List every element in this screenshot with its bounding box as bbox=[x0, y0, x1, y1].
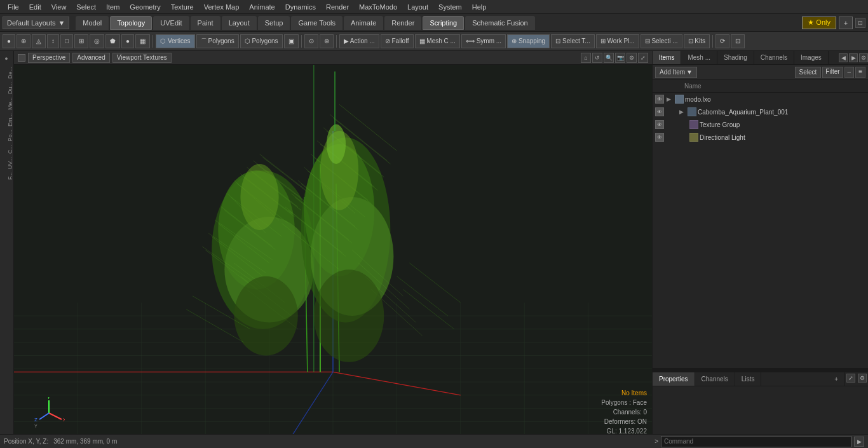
action-button[interactable]: ▶ Action ... bbox=[339, 34, 379, 48]
items-list[interactable]: 👁 ▶ modo.lxo 👁 ▶ Cabomba_Aquarium_Plant_… bbox=[653, 93, 868, 368]
star-only-button[interactable]: ★ Only bbox=[802, 17, 836, 29]
menu-view[interactable]: View bbox=[46, 2, 72, 12]
item-modo-lxo[interactable]: 👁 ▶ modo.lxo bbox=[653, 93, 868, 105]
menu-render[interactable]: Render bbox=[321, 2, 354, 12]
tab-render[interactable]: Render bbox=[384, 16, 421, 30]
item-texture-group[interactable]: 👁 Texture Group bbox=[653, 118, 868, 131]
layout-extra-btn[interactable]: ⊡ bbox=[855, 18, 865, 28]
falloff-button[interactable]: ⊘ Falloff bbox=[381, 34, 414, 48]
layout-dropdown[interactable]: Default Layouts ▼ bbox=[3, 17, 69, 29]
sidebar-item-me[interactable]: Me... bbox=[0, 96, 13, 111]
sidebar-item-em[interactable]: Em... bbox=[0, 112, 13, 128]
tool-grid[interactable]: ⊞ bbox=[74, 34, 88, 48]
tab-paint[interactable]: Paint bbox=[191, 16, 220, 30]
eye-modo-lxo[interactable]: 👁 bbox=[655, 95, 664, 104]
tab-items[interactable]: Items bbox=[653, 51, 681, 64]
command-arrow[interactable]: > bbox=[654, 438, 658, 445]
tab-schematic-fusion[interactable]: Schematic Fusion bbox=[465, 16, 534, 30]
items-minus-button[interactable]: – bbox=[844, 67, 855, 78]
eye-button[interactable]: ⊙ bbox=[304, 34, 318, 48]
work-pl-button[interactable]: ⊞ Work Pl... bbox=[596, 34, 639, 48]
sidebar-item-de[interactable]: De... bbox=[0, 65, 13, 80]
symm-button[interactable]: ⟺ Symm ... bbox=[461, 34, 506, 48]
menu-vertex-map[interactable]: Vertex Map bbox=[199, 2, 245, 12]
menu-help[interactable]: Help bbox=[467, 2, 492, 12]
command-submit[interactable]: ▶ bbox=[854, 437, 864, 447]
tab-channels[interactable]: Channels bbox=[754, 51, 794, 64]
menu-file[interactable]: File bbox=[3, 2, 24, 12]
vp-rotate-icon[interactable]: ↺ bbox=[592, 53, 602, 63]
menu-edit[interactable]: Edit bbox=[24, 2, 46, 12]
kits-button[interactable]: ⊡ Kits bbox=[684, 34, 710, 48]
tool-select[interactable]: ● bbox=[3, 34, 15, 48]
selecti-button[interactable]: ⊟ Selecti ... bbox=[641, 34, 682, 48]
tab-lists[interactable]: Lists bbox=[735, 372, 762, 386]
vp-settings-icon[interactable]: ⚙ bbox=[627, 53, 637, 63]
vp-zoom-icon[interactable]: 🔍 bbox=[604, 53, 614, 63]
menu-texture[interactable]: Texture bbox=[166, 2, 199, 12]
layout-toggle-button[interactable]: ⊡ bbox=[731, 34, 745, 48]
menu-animate[interactable]: Animate bbox=[244, 2, 280, 12]
items-gear[interactable]: ⚙ bbox=[859, 53, 868, 62]
viewport-dot[interactable] bbox=[18, 54, 25, 62]
sidebar-icon-1[interactable]: ● bbox=[0, 52, 13, 65]
items-expand-right[interactable]: ▶ bbox=[849, 53, 858, 62]
tool-world[interactable]: ⊕ bbox=[17, 34, 31, 48]
tab-model[interactable]: Model bbox=[76, 16, 109, 30]
tool-box[interactable]: □ bbox=[60, 34, 73, 48]
eye-texture-group[interactable]: 👁 bbox=[655, 120, 664, 129]
sidebar-item-uv[interactable]: UV... bbox=[0, 156, 13, 170]
display-mode-button[interactable]: ▣ bbox=[284, 34, 299, 48]
tab-images[interactable]: Images bbox=[794, 51, 829, 64]
arrow-modo-lxo[interactable]: ▶ bbox=[667, 96, 671, 102]
vp-camera-icon[interactable]: 📷 bbox=[615, 53, 625, 63]
tool-multi[interactable]: ▦ bbox=[135, 34, 150, 48]
item-cabomba[interactable]: 👁 ▶ Cabomba_Aquarium_Plant_001 bbox=[653, 105, 868, 118]
viewport-canvas[interactable]: X Y Z Y No Items Polygons : Face Channel… bbox=[14, 65, 652, 448]
advanced-button[interactable]: Advanced bbox=[72, 53, 109, 63]
eye-directional-light[interactable]: 👁 bbox=[655, 133, 664, 142]
tab-animate[interactable]: Animate bbox=[344, 16, 383, 30]
items-expand-left[interactable]: ◀ bbox=[839, 53, 848, 62]
viewport[interactable]: Perspective Advanced Viewport Textures ⌂… bbox=[14, 51, 652, 448]
tab-properties[interactable]: Properties bbox=[653, 372, 695, 386]
tab-scripting[interactable]: Scripting bbox=[423, 16, 464, 30]
tool-polygon[interactable]: ⬟ bbox=[105, 34, 120, 48]
props-expand[interactable]: ⤢ bbox=[846, 374, 855, 383]
tab-uvedit[interactable]: UVEdit bbox=[153, 16, 189, 30]
snapping-button[interactable]: ⊕ Snapping bbox=[507, 34, 550, 48]
select-t-button[interactable]: ⊡ Select T... bbox=[551, 34, 595, 48]
mesh-c-button[interactable]: ▦ Mesh C ... bbox=[415, 34, 460, 48]
tab-setup[interactable]: Setup bbox=[258, 16, 290, 30]
vp-home-icon[interactable]: ⌂ bbox=[581, 53, 591, 63]
menu-dynamics[interactable]: Dynamics bbox=[280, 2, 321, 12]
items-filter-button[interactable]: Filter bbox=[822, 67, 843, 78]
sidebar-item-du[interactable]: Du... bbox=[0, 81, 13, 95]
rotate-button[interactable]: ⟳ bbox=[715, 34, 729, 48]
menu-geometry[interactable]: Geometry bbox=[125, 2, 165, 12]
add-item-button[interactable]: Add Item ▼ bbox=[655, 67, 697, 78]
tab-add-panel[interactable]: + bbox=[828, 372, 845, 386]
tab-channels-panel[interactable]: Channels bbox=[695, 372, 735, 386]
tool-snap[interactable]: ◬ bbox=[32, 34, 46, 48]
menu-layout[interactable]: Layout bbox=[402, 2, 433, 12]
tool-circle[interactable]: ◎ bbox=[90, 34, 104, 48]
tool-transform[interactable]: ↕ bbox=[47, 34, 59, 48]
add-layout-button[interactable]: + bbox=[839, 17, 853, 29]
items-sort-button[interactable]: ≡ bbox=[855, 67, 865, 78]
sidebar-item-po[interactable]: Po... bbox=[0, 128, 13, 143]
tool-dot[interactable]: ● bbox=[121, 34, 134, 48]
command-input[interactable] bbox=[661, 436, 851, 447]
boundary-button[interactable]: ⌒ Polygons bbox=[196, 34, 239, 48]
eye-cabomba[interactable]: 👁 bbox=[655, 107, 664, 116]
tab-topology[interactable]: Topology bbox=[110, 16, 152, 30]
sidebar-item-f[interactable]: F... bbox=[0, 171, 13, 181]
perspective-button[interactable]: Perspective bbox=[28, 53, 70, 63]
item-directional-light[interactable]: 👁 Directional Light bbox=[653, 131, 868, 144]
render-eye-button[interactable]: ⊛ bbox=[320, 34, 334, 48]
menu-maxtomodo[interactable]: MaxToModo bbox=[354, 2, 402, 12]
arrow-cabomba[interactable]: ▶ bbox=[679, 109, 684, 115]
tab-layout[interactable]: Layout bbox=[222, 16, 257, 30]
items-select-button[interactable]: Select bbox=[795, 67, 822, 78]
polygons-button[interactable]: ⬡ Polygons bbox=[240, 34, 283, 48]
